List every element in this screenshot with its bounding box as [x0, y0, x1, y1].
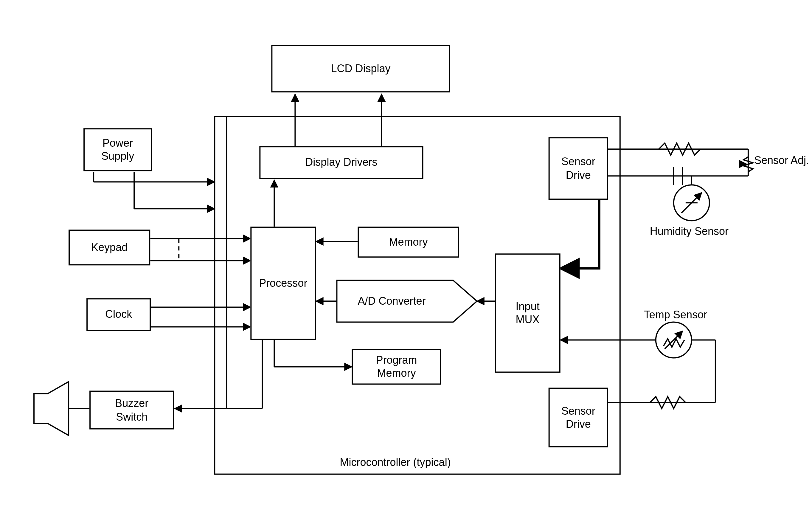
- temp-sensor-label: Temp Sensor: [644, 309, 707, 321]
- sensor-drive-top-label: Sensor Drive: [561, 155, 596, 182]
- microcontroller-label: Microcontroller (typical): [340, 456, 451, 469]
- memory-label: Memory: [389, 235, 428, 249]
- lcd-display-block: LCD Display: [271, 45, 450, 92]
- sensor-drive-bottom-block: Sensor Drive: [549, 388, 608, 447]
- sensor-drive-bottom-label: Sensor Drive: [561, 404, 596, 431]
- clock-block: Clock: [86, 298, 151, 331]
- processor-block: Processor: [250, 227, 316, 340]
- program-memory-label: Program Memory: [376, 353, 417, 380]
- ad-converter-label: A/D Converter: [357, 295, 426, 308]
- sensor-drive-top-block: Sensor Drive: [549, 137, 608, 200]
- display-drivers-label: Display Drivers: [305, 156, 377, 169]
- sensor-adj-label: Sensor Adj.: [754, 155, 809, 167]
- display-drivers-block: Display Drivers: [259, 146, 423, 179]
- processor-label: Processor: [259, 277, 307, 290]
- input-mux-label: Input MUX: [516, 299, 540, 326]
- power-supply-label: Power Supply: [101, 136, 134, 163]
- buzzer-switch-block: Buzzer Switch: [89, 391, 174, 429]
- buzzer-switch-label: Buzzer Switch: [115, 397, 148, 423]
- lcd-display-label: LCD Display: [331, 62, 390, 76]
- clock-label: Clock: [105, 308, 132, 321]
- humidity-sensor-label: Humidity Sensor: [650, 225, 729, 238]
- keypad-block: Keypad: [68, 230, 150, 265]
- memory-block: Memory: [357, 227, 459, 258]
- block-diagram: LCD Display Power Supply Display Drivers…: [0, 0, 812, 516]
- keypad-label: Keypad: [91, 241, 127, 254]
- input-mux-block: Input MUX: [495, 253, 560, 373]
- program-memory-block: Program Memory: [352, 349, 441, 384]
- power-supply-block: Power Supply: [83, 128, 152, 171]
